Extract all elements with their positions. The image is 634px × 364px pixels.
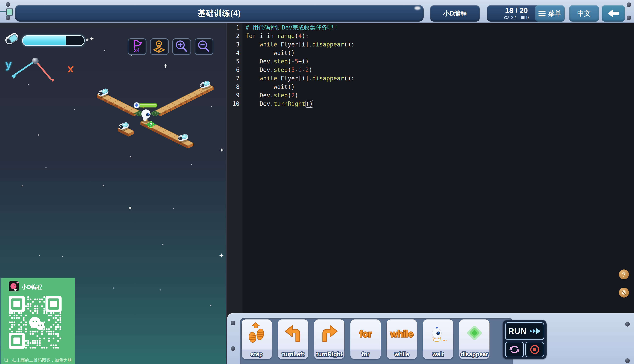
command-label: turnRight	[314, 351, 345, 358]
code-text: for i in range(4):	[243, 32, 309, 40]
code-line[interactable]: 7 while Flyer[i].disappear():	[227, 74, 634, 83]
zoom-in-button[interactable]	[172, 38, 191, 55]
code-line[interactable]: 9 Dev.step(2)	[227, 91, 634, 100]
command-turnRight[interactable]: turnRight	[314, 320, 345, 359]
code-line[interactable]: 6 Dev.step(5-i-2)	[227, 66, 634, 74]
zoom-in-icon	[173, 39, 189, 53]
turn-left-icon	[283, 323, 303, 344]
code-line[interactable]: 10 Dev.turnRight()	[227, 100, 634, 108]
battery-count: 32	[504, 15, 516, 20]
code-text: while Flyer[i].disappear():	[243, 40, 355, 49]
screw-icon	[626, 2, 631, 7]
sparkle-icon: ✦	[16, 280, 19, 285]
command-label: for	[351, 351, 381, 358]
code-line[interactable]: 3 while Flyer[i].disappear():	[227, 40, 634, 49]
command-for[interactable]: forfor	[351, 320, 381, 359]
line-number: 6	[227, 66, 243, 74]
speed-flag-button[interactable]: x4	[128, 38, 146, 55]
step-icon-wrap	[242, 320, 272, 347]
disappear-icon	[464, 322, 485, 345]
reset-button[interactable]	[505, 342, 524, 357]
score-main: 18 / 20	[505, 7, 528, 14]
screw-icon	[6, 2, 10, 7]
code-text: wait()	[243, 83, 295, 91]
language-button[interactable]: 中文	[569, 5, 599, 22]
game-viewport[interactable]: ??? x4	[0, 23, 226, 364]
turn-right-icon	[320, 323, 339, 344]
code-text: Dev.step(2)	[243, 91, 298, 100]
qr-brand-title: 小D编程	[22, 283, 43, 291]
back-button[interactable]	[602, 5, 625, 22]
brand-button[interactable]: 小D编程	[430, 5, 480, 22]
code-text: Dev.step(5-i-2)	[243, 66, 312, 74]
wait-icon-wrap: ...	[423, 320, 453, 347]
while-word-icon: while	[390, 328, 413, 339]
qr-code	[9, 296, 64, 351]
brand-label: 小D编程	[443, 9, 467, 18]
command-disappear[interactable]: disappear	[459, 320, 489, 359]
line-number: 7	[227, 74, 243, 83]
lines-count: 9	[521, 15, 529, 20]
svg-text:?: ?	[150, 122, 152, 127]
help-button[interactable]: ?	[619, 270, 629, 279]
level-title-bar: 基础训练(4)	[15, 5, 424, 22]
line-number: 3	[227, 40, 243, 49]
code-line[interactable]: 8 wait()	[227, 83, 634, 91]
zoom-out-button[interactable]	[195, 38, 213, 55]
x-axis-label: x	[67, 62, 74, 75]
app-window: 基础训练(4) 小D编程 18 / 20 32 9 菜单 中文	[0, 0, 634, 364]
for-icon-wrap: for	[351, 320, 381, 347]
zoom-out-icon	[195, 39, 212, 53]
run-panel: RUN	[503, 320, 547, 359]
code-text: while Flyer[i].disappear():	[243, 74, 355, 83]
command-label: while	[387, 351, 417, 358]
screw-icon	[625, 358, 630, 363]
svg-text:x4: x4	[134, 47, 140, 53]
command-step[interactable]: step	[242, 320, 272, 359]
for-word-icon: for	[360, 328, 372, 339]
line-number: 2	[227, 32, 243, 40]
qr-caption: 扫一扫上面的二维码图案，加我为朋友。	[1, 358, 75, 364]
command-while[interactable]: whilewhile	[387, 320, 417, 359]
stop-button[interactable]	[525, 342, 544, 357]
brand-avatar: ✦	[9, 281, 19, 292]
turnRight-icon-wrap	[314, 320, 345, 347]
code-text: Dev.step(-5+i)	[243, 57, 309, 66]
shine-decoration	[415, 6, 421, 10]
minimap-button[interactable]	[150, 38, 169, 55]
code-line[interactable]: 2for i in range(4):	[227, 32, 634, 40]
wink-face-icon	[11, 283, 17, 289]
command-label: wait	[423, 351, 453, 358]
code-line[interactable]: 5 Dev.step(-5+i)	[227, 57, 634, 66]
code-line[interactable]: 4 wait()	[227, 49, 634, 57]
code-text: # 用代码控制Dev完成收集任务吧！	[243, 23, 339, 32]
fast-forward-icon	[530, 327, 541, 335]
reset-icon	[509, 344, 520, 355]
wait-icon: ...	[428, 322, 449, 345]
run-button[interactable]: RUN	[505, 322, 544, 340]
line-number: 8	[227, 83, 243, 91]
command-wait[interactable]: ...wait	[423, 320, 453, 359]
command-label: disappear	[459, 351, 489, 358]
language-label: 中文	[577, 9, 591, 18]
code-lines[interactable]: 1# 用代码控制Dev完成收集任务吧！2for i in range(4):3 …	[227, 23, 634, 108]
question-icon: ?	[622, 271, 626, 278]
screw-icon	[231, 321, 235, 325]
code-line[interactable]: 1# 用代码控制Dev完成收集任务吧！	[227, 23, 634, 32]
flag-x4-icon: x4	[128, 39, 145, 53]
energy-bar	[22, 35, 85, 46]
svg-text:...: ...	[442, 336, 447, 342]
command-turnLeft[interactable]: turnLeft	[278, 320, 308, 359]
tiles-layer: ???	[97, 84, 213, 148]
axis-widget: y x	[0, 50, 81, 96]
menu-button[interactable]: 菜单	[535, 5, 565, 22]
command-label: step	[242, 351, 272, 358]
top-bar: 基础训练(4) 小D编程 18 / 20 32 9 菜单 中文	[0, 0, 634, 23]
mute-button[interactable]	[619, 288, 629, 298]
disappear-icon-wrap	[459, 320, 489, 347]
command-tray: stepturnLeftturnRightforforwhilewhile...…	[240, 318, 513, 364]
code-text: wait()	[243, 49, 295, 57]
back-arrow-icon	[607, 8, 619, 18]
hamburger-icon	[538, 10, 545, 18]
lines-icon	[521, 16, 525, 19]
